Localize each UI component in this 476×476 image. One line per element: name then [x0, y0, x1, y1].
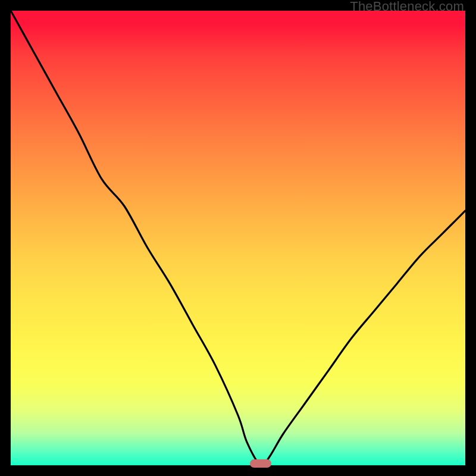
chart-frame: TheBottleneck.com: [0, 0, 476, 476]
dip-marker: [250, 459, 271, 468]
chart-plot-area: [11, 11, 465, 465]
bottleneck-curve: [11, 11, 465, 465]
watermark-text: TheBottleneck.com: [350, 0, 464, 13]
